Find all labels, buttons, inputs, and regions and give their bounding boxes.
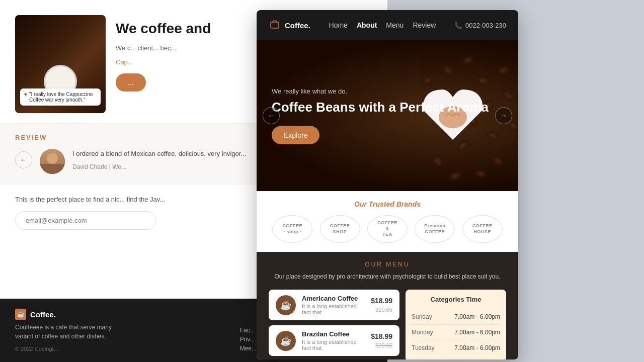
hero-tagline: We really like what we do. xyxy=(272,87,489,95)
menu-item-icon-1: ☕ xyxy=(276,331,296,351)
time-day-1: Monday xyxy=(412,329,433,336)
nav-home[interactable]: Home xyxy=(329,21,348,29)
arrow-right-icon: → xyxy=(500,112,507,120)
hero-prev-button[interactable]: ← xyxy=(263,107,280,124)
time-val-0: 7.00am - 6.00pm xyxy=(454,313,500,320)
price-old-0: $20.65 xyxy=(375,307,392,313)
brand-item-3: PremiumCOFFEE xyxy=(415,215,455,243)
menu-item-0: ☕ Americano Coffee It is a long establis… xyxy=(269,290,399,320)
reviewer-avatar xyxy=(40,149,65,174)
time-day-0: Sunday xyxy=(412,313,432,320)
footer-logo-icon: ☕ xyxy=(15,309,26,320)
price-old-1: $20.65 xyxy=(375,342,392,348)
nav-logo-icon xyxy=(269,19,281,31)
menu-item-info-0: Americano Coffee It is a long establishe… xyxy=(302,295,365,315)
brand-item-1: COFFEESHOP xyxy=(320,215,360,243)
svg-point-14 xyxy=(430,152,446,169)
menu-item-1: ☕ Brazilan Coffee It is a long establish… xyxy=(269,325,399,356)
phone-icon: 📞 xyxy=(454,22,462,29)
nav-logo: Coffee. xyxy=(269,19,310,31)
footer-links: Fac... Priv... Mee... xyxy=(240,327,257,352)
time-val-1: 7.00am - 6.00pm xyxy=(454,329,500,336)
avatar-face xyxy=(40,149,65,174)
brand-item-0: COFFEE· shop · xyxy=(272,215,312,243)
nav-phone: 📞 0022-003-230 xyxy=(454,22,506,29)
menu-item-price-1: $18.99 $20.65 xyxy=(371,332,392,349)
svg-point-11 xyxy=(500,87,516,104)
svg-rect-0 xyxy=(271,22,279,28)
menu-item-desc-1: It is a long established fact that. xyxy=(302,339,365,351)
svg-point-12 xyxy=(491,155,506,167)
nav-logo-text: Coffee. xyxy=(285,21,310,30)
footer-description: Couffeeee is a café that serve many vari… xyxy=(15,323,126,341)
time-day-2: Tuesday xyxy=(412,344,435,351)
menu-item-name-0: Americano Coffee xyxy=(302,295,365,302)
nav-menu[interactable]: Menu xyxy=(386,21,404,29)
time-row-2: Tuesday 7.00am - 6.00pm xyxy=(412,340,500,355)
hero-banner: We really like what we do. Coffee Beans … xyxy=(257,40,518,191)
menu-item-name-1: Brazilan Coffee xyxy=(302,330,365,338)
footer-link-2[interactable]: Mee... xyxy=(240,345,257,352)
review-prev-button[interactable]: ← xyxy=(15,151,32,168)
email-input[interactable] xyxy=(15,211,156,230)
menu-section: OUR MENU Our place designed by pro archi… xyxy=(257,252,518,359)
brands-section: Our Trusted Brands COFFEE· shop · COFFEE… xyxy=(257,191,518,252)
hero-image: ♥ "I really love the Cappuccino Coffee w… xyxy=(15,15,106,113)
price-new-0: $18.99 xyxy=(371,297,392,305)
tooltip-text: "I really love the Cappuccino Coffee war… xyxy=(29,92,97,103)
menu-item-price-0: $18.99 $20.65 xyxy=(371,297,392,314)
time-row-0: Sunday 7.00am - 6.00pm xyxy=(412,309,500,325)
menu-item-info-1: Brazilan Coffee It is a long established… xyxy=(302,330,365,351)
price-new-1: $18.99 xyxy=(371,332,392,340)
svg-point-17 xyxy=(447,169,463,183)
time-row-1: Monday 7.00am - 6.00pm xyxy=(412,325,500,340)
categories-title: Categories Time xyxy=(412,296,500,303)
brands-title: Our Trusted Brands xyxy=(269,200,506,208)
menu-item-desc-0: It is a long established fact that. xyxy=(302,303,365,315)
svg-point-18 xyxy=(473,168,487,179)
footer-link-0[interactable]: Fac... xyxy=(240,327,257,334)
phone-number: 0022-003-230 xyxy=(465,22,506,29)
menu-description: Our place designed by pro architecture w… xyxy=(269,272,506,282)
menu-grid: ☕ Americano Coffee It is a long establis… xyxy=(269,290,506,359)
hero-next-button[interactable]: → xyxy=(495,107,512,124)
svg-point-1 xyxy=(439,63,456,78)
brand-item-2: COFFEE&TEA xyxy=(367,215,408,243)
hero-content: We really like what we do. Coffee Beans … xyxy=(272,87,489,144)
svg-point-10 xyxy=(496,65,510,76)
menu-label: OUR MENU xyxy=(269,261,506,268)
footer-link-1[interactable]: Priv... xyxy=(240,336,257,343)
navbar: Coffee. Home About Menu Review 📞 0022-00… xyxy=(257,10,518,40)
menu-item-icon-0: ☕ xyxy=(276,295,296,315)
categories-box: Categories Time Sunday 7.00am - 6.00pm M… xyxy=(406,290,506,359)
footer-logo-text: Coffee. xyxy=(30,310,56,319)
brand-item-4: COFFEEHOUSE xyxy=(462,215,503,243)
menu-items-list: ☕ Americano Coffee It is a long establis… xyxy=(269,290,399,359)
nav-links: Home About Menu Review xyxy=(320,21,444,29)
hero-button[interactable]: ... xyxy=(116,73,146,92)
heart-icon: ♥ xyxy=(24,92,27,97)
nav-review[interactable]: Review xyxy=(413,21,436,29)
explore-button[interactable]: Explore xyxy=(272,126,319,144)
main-page: Coffee. Home About Menu Review 📞 0022-00… xyxy=(257,10,518,359)
review-tooltip: ♥ "I really love the Cappuccino Coffee w… xyxy=(20,88,101,106)
arrow-left-icon: ← xyxy=(268,112,275,120)
time-val-2: 7.00am - 6.00pm xyxy=(454,344,500,351)
brands-row: COFFEE· shop · COFFEESHOP COFFEE&TEA Pre… xyxy=(269,215,506,243)
nav-about[interactable]: About xyxy=(357,21,377,29)
hero-title: Coffee Beans with a Perfect Aroma xyxy=(272,99,489,116)
svg-point-2 xyxy=(461,54,475,66)
